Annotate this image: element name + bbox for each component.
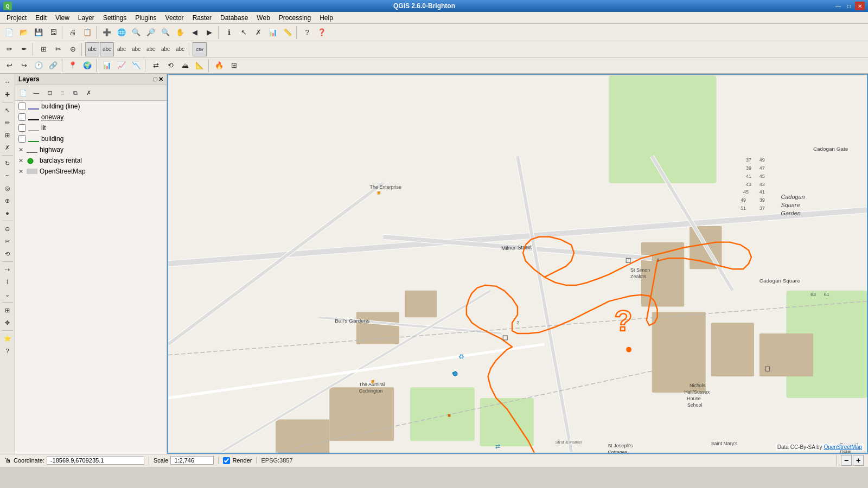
- add-ring-btn[interactable]: ◎: [1, 182, 14, 194]
- profile-btn[interactable]: 📐: [193, 59, 207, 73]
- select-btn[interactable]: ↖: [237, 25, 251, 40]
- history-btn[interactable]: 🕐: [31, 59, 46, 73]
- close-button[interactable]: ✕: [855, 2, 865, 10]
- chart3-btn[interactable]: 📉: [129, 59, 143, 73]
- pan-btn[interactable]: ✋: [173, 25, 187, 40]
- undo-btn[interactable]: ↩: [2, 59, 16, 73]
- layer-checkbox-building[interactable]: [18, 135, 26, 143]
- render-checkbox[interactable]: [223, 457, 230, 464]
- remove-layer-tb-btn[interactable]: —: [30, 87, 42, 99]
- new-project-btn[interactable]: 📄: [2, 25, 16, 40]
- filter-layer-btn[interactable]: ⊟: [43, 87, 55, 99]
- list-item[interactable]: ✕ highway: [15, 144, 167, 155]
- menu-web[interactable]: Web: [252, 13, 274, 23]
- save-as-btn[interactable]: 🖫: [46, 25, 60, 40]
- layer-checkbox-oneway[interactable]: [18, 113, 26, 121]
- menu-layer[interactable]: Layer: [74, 13, 99, 23]
- menu-database[interactable]: Database: [216, 13, 252, 23]
- tips-btn[interactable]: ?: [300, 25, 314, 40]
- zoom-in-status-btn[interactable]: +: [853, 455, 864, 466]
- split-parts-btn[interactable]: ⌄: [1, 288, 14, 300]
- menu-edit[interactable]: Edit: [31, 13, 51, 23]
- del-ring-btn[interactable]: ⊖: [1, 223, 14, 235]
- label-move-btn[interactable]: abc: [158, 42, 173, 56]
- split-btn[interactable]: ✂: [51, 42, 65, 56]
- scale-value[interactable]: 1:2,746: [170, 456, 214, 465]
- zoom-out-status-btn[interactable]: −: [841, 455, 852, 466]
- add-part-btn[interactable]: ⊕: [1, 195, 14, 207]
- measure-btn[interactable]: 📏: [280, 25, 295, 40]
- deselect-btn[interactable]: ✗: [251, 25, 265, 40]
- save-project-btn[interactable]: 💾: [31, 25, 46, 40]
- redo-btn[interactable]: ↪: [17, 59, 31, 73]
- warp-btn[interactable]: ⟲: [163, 59, 177, 73]
- zoom-in-btn[interactable]: 🔎: [144, 25, 158, 40]
- menu-project[interactable]: Project: [2, 13, 31, 23]
- csv-btn[interactable]: csv: [193, 42, 207, 56]
- help-btn[interactable]: ❓: [315, 25, 329, 40]
- query-btn[interactable]: ?: [1, 345, 14, 357]
- edit-btn[interactable]: ✒: [17, 42, 31, 56]
- layer-close-btn[interactable]: ✗: [82, 87, 94, 99]
- offset-curve-btn[interactable]: ⇢: [1, 264, 14, 275]
- list-item[interactable]: oneway: [15, 112, 167, 123]
- georef-btn[interactable]: 🌍: [80, 59, 94, 73]
- draw-btn[interactable]: ✏: [2, 42, 16, 56]
- grid-btn[interactable]: ⊞: [227, 59, 241, 73]
- heatmap-btn[interactable]: 🔥: [212, 59, 226, 73]
- rotate-btn[interactable]: ↻: [1, 157, 14, 169]
- layers-close-btn[interactable]: ✕: [158, 76, 163, 83]
- maximize-button[interactable]: □: [844, 2, 854, 10]
- print-composer-btn[interactable]: 📋: [80, 25, 94, 40]
- add-wms-btn[interactable]: 🌐: [114, 25, 129, 40]
- layer-checkbox-lit[interactable]: [18, 124, 26, 132]
- list-item[interactable]: lit: [15, 123, 167, 133]
- minimize-button[interactable]: —: [833, 2, 843, 10]
- del-part-btn[interactable]: ✂: [1, 235, 14, 247]
- menu-plugins[interactable]: Plugins: [131, 13, 161, 23]
- open-table-btn[interactable]: ≡: [56, 87, 68, 99]
- merge-btn[interactable]: ⊕: [66, 42, 80, 56]
- split-features-btn[interactable]: ⌇: [1, 276, 14, 288]
- fill-ring-btn[interactable]: ●: [1, 207, 14, 219]
- label-hide-btn[interactable]: abc: [144, 42, 158, 56]
- list-item[interactable]: building: [15, 133, 167, 144]
- menu-vector[interactable]: Vector: [161, 13, 188, 23]
- menu-raster[interactable]: Raster: [188, 13, 216, 23]
- bookmark-btn[interactable]: ⭐: [1, 332, 14, 344]
- add-layer-btn[interactable]: ➕: [100, 25, 114, 40]
- label-rotate-btn[interactable]: abc: [173, 42, 187, 56]
- zoom-out-btn[interactable]: 🔍: [158, 25, 173, 40]
- menu-settings[interactable]: Settings: [99, 13, 131, 23]
- attr-table-btn[interactable]: 📊: [266, 25, 280, 40]
- menu-view[interactable]: View: [51, 13, 74, 23]
- layer-theme-btn[interactable]: ⧉: [69, 87, 81, 99]
- gps-btn[interactable]: 📍: [66, 59, 80, 73]
- menu-processing[interactable]: Processing: [275, 13, 315, 23]
- label-curve-btn[interactable]: abc: [100, 42, 114, 56]
- simplify-btn[interactable]: ~: [1, 170, 14, 182]
- node-edit-btn[interactable]: ⊞: [1, 129, 14, 141]
- openstreetmap-link[interactable]: OpenStreetMap: [824, 444, 862, 450]
- add-feature-btn[interactable]: ✚: [1, 88, 14, 100]
- move-btn[interactable]: ✥: [1, 317, 14, 329]
- open-project-btn[interactable]: 📂: [17, 25, 31, 40]
- zoom-full-btn[interactable]: 🔍: [129, 25, 143, 40]
- label-tool-btn[interactable]: abc: [85, 42, 99, 56]
- coordinate-value[interactable]: -18569.9,6709235.1: [47, 456, 144, 465]
- print-btn[interactable]: 🖨: [66, 25, 80, 40]
- select-feature-btn[interactable]: ↖: [1, 104, 14, 116]
- pan-map-btn[interactable]: ↔: [1, 76, 14, 88]
- terrain-btn[interactable]: ⛰: [178, 59, 192, 73]
- reshape-btn[interactable]: ⟲: [1, 248, 14, 260]
- transform-btn[interactable]: ⇄: [149, 59, 163, 73]
- identify-btn[interactable]: ℹ: [222, 25, 236, 40]
- add-layer-tb-btn[interactable]: 📄: [17, 87, 29, 99]
- layers-collapse-btn[interactable]: □: [154, 76, 157, 83]
- list-item[interactable]: building (line): [15, 101, 167, 112]
- menu-help[interactable]: Help: [315, 13, 337, 23]
- label-pin-btn[interactable]: abc: [114, 42, 129, 56]
- map-canvas[interactable]: Milner Street Cadogan Square Cadogan Gat…: [167, 74, 868, 454]
- chart1-btn[interactable]: 📊: [100, 59, 114, 73]
- snap-btn[interactable]: 🔗: [46, 59, 60, 73]
